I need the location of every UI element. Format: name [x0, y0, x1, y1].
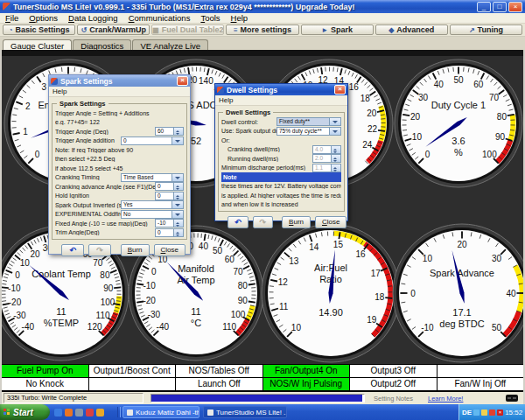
spinner-arrows[interactable] — [174, 182, 184, 191]
dialog-menu-help[interactable]: Help — [215, 95, 347, 106]
indicator-launch-off: Launch Off — [176, 378, 262, 390]
chevron-down-icon[interactable] — [172, 137, 183, 144]
tray-icon-3[interactable] — [489, 410, 495, 416]
spinner-down-icon[interactable] — [174, 186, 183, 190]
menu-options[interactable]: Options — [24, 13, 63, 23]
trigger-angle-addition-combo[interactable]: 0 — [121, 136, 184, 145]
learn-more-link[interactable]: Learn More! — [428, 395, 463, 402]
chevron-down-icon[interactable] — [329, 118, 340, 125]
quick-launch-5-icon[interactable] — [96, 409, 104, 416]
spinner-arrows[interactable] — [332, 145, 341, 154]
indicator-nos-tables-off: NOS/Tables Off — [176, 365, 262, 377]
close-dialog-button[interactable]: Close — [315, 216, 346, 228]
spinner-arrows[interactable] — [174, 228, 184, 237]
settings-row: e.g. 77+45= 122 — [55, 118, 184, 128]
quick-launch-1-icon[interactable] — [54, 409, 62, 416]
menu-tools[interactable]: Tools — [195, 13, 225, 23]
experimental-oddfire-support-combo[interactable]: No — [121, 210, 184, 219]
dialog-title-bar[interactable]: Spark Settings× — [49, 75, 190, 87]
minimum-discharge-period-ms-spinner[interactable]: 1.1 — [312, 164, 341, 172]
toolbar-button-crank-warmup[interactable]: ↺Crank/WarmUp — [77, 24, 150, 35]
undo-icon[interactable]: ↶ — [61, 244, 84, 256]
maximize-button[interactable]: □ — [493, 2, 507, 12]
spinner-down-icon[interactable] — [332, 168, 340, 172]
menu-file[interactable]: File — [0, 13, 24, 23]
spinner-down-icon[interactable] — [174, 223, 183, 227]
fixed-angle-10-use-map-deg-spinner[interactable]: -10 — [155, 219, 184, 228]
menu-data-logging[interactable]: Data Logging — [63, 13, 123, 23]
svg-text:13: 13 — [289, 256, 299, 266]
spinner-value: 1.1 — [312, 164, 332, 172]
spinner-arrows[interactable] — [332, 154, 341, 163]
dialog-close-icon[interactable]: × — [177, 76, 188, 86]
svg-text:deg BTDC: deg BTDC — [439, 318, 484, 329]
field-label-trigger-angle-addition: Trigger Angle addition — [55, 137, 121, 144]
toolbar-button-tuning[interactable]: ↗Tuning — [450, 24, 522, 35]
title-bar[interactable]: TunerStudio MS Lite! v0.999.1 - 335i Tur… — [0, 0, 525, 13]
taskbar-task-tunerstudio-ms-lite[interactable]: TunerStudio MS Lite! ... — [203, 406, 287, 418]
tray-icon-4[interactable]: × — [497, 410, 503, 416]
svg-text:15: 15 — [333, 240, 344, 249]
spinner-arrows[interactable] — [332, 164, 341, 172]
cranking-advance-angle-see-f1-deg-spinner[interactable]: 0 — [155, 182, 184, 191]
menu-communications[interactable]: Communications — [123, 13, 196, 23]
close-dialog-button[interactable]: Close — [154, 244, 186, 256]
spark-output-inverted-see-f1-combo[interactable]: Yes — [121, 200, 184, 209]
spinner-down-icon[interactable] — [332, 158, 340, 162]
chevron-down-icon[interactable] — [172, 211, 183, 218]
spinner-down-icon[interactable] — [332, 150, 340, 153]
clock[interactable]: 15:52 — [505, 409, 522, 416]
running-dwell-ms-spinner[interactable]: 2.0 — [312, 154, 341, 163]
chevron-down-icon[interactable] — [172, 201, 183, 208]
field-label-dwell-control: Dwell control: — [221, 119, 276, 125]
dialog-icon — [51, 78, 58, 85]
svg-text:10: 10 — [412, 132, 423, 142]
toolbar-button-more-settings[interactable]: ≡More settings — [226, 24, 298, 35]
spinner-down-icon[interactable] — [174, 233, 183, 236]
toolbar-button-basic-settings[interactable]: ◔Basic Settings — [3, 24, 75, 35]
spinner-arrows[interactable] — [174, 192, 184, 200]
dialog-buttons: ↶↷BurnClose — [49, 242, 190, 258]
svg-text:-40: -40 — [157, 322, 170, 332]
application-window: TunerStudio MS Lite! v0.999.1 - 335i Tur… — [0, 0, 525, 420]
minimize-button[interactable]: _ — [477, 2, 491, 12]
field-label-trigger-angle-deg: Trigger Angle (Deg) — [55, 129, 155, 135]
tray-icon-1[interactable] — [473, 410, 480, 416]
chevron-down-icon[interactable] — [329, 128, 340, 135]
cranking-timing-combo[interactable]: Time Based — [121, 173, 184, 182]
svg-text:%: % — [454, 147, 463, 158]
cranking-dwell-ms-spinner[interactable]: 4.0 — [312, 145, 341, 154]
toolbar-button-advanced[interactable]: ◆Advanced — [375, 24, 448, 35]
toolbar-button-spark[interactable]: ►Spark — [301, 24, 374, 35]
hold-ignition-spinner[interactable]: 0 — [155, 192, 184, 200]
dialog-title-bar[interactable]: Dwell Settings× — [215, 84, 347, 95]
spinner-down-icon[interactable] — [174, 131, 183, 135]
svg-text:19: 19 — [367, 315, 377, 325]
tray-icon-2[interactable] — [481, 410, 487, 416]
quick-launch-3-icon[interactable] — [75, 409, 83, 416]
taskbar-task-kuduz-matiz-dahi-th[interactable]: Kuduz Matiz Dahi -th... — [122, 406, 200, 418]
svg-text:-10: -10 — [421, 323, 434, 332]
trigger-angle-deg-spinner[interactable]: 60 — [155, 127, 184, 136]
close-button[interactable]: × — [508, 2, 522, 12]
menu-help[interactable]: Help — [226, 13, 254, 23]
quick-launch-4-icon[interactable] — [86, 409, 94, 416]
gauge-air-fuel-ratio: 10111213141516171819Air:FuelRatio14.90 — [259, 221, 402, 364]
undo-icon[interactable]: ↶ — [228, 216, 248, 228]
dialog-close-icon[interactable]: × — [334, 85, 346, 94]
language-indicator[interactable]: DE — [462, 409, 472, 416]
burn-button[interactable]: Burn — [121, 244, 150, 256]
quick-launch-2-icon[interactable] — [65, 409, 73, 416]
start-button[interactable]: Start — [0, 404, 50, 420]
spinner-down-icon[interactable] — [174, 196, 183, 200]
dwell-control-combo[interactable]: Fixed duty** — [276, 117, 341, 126]
use-spark-output-duty-cycle-combo[interactable]: 75% duty cycle** — [276, 127, 341, 136]
trim-angle-deg-spinner[interactable]: 0 — [155, 228, 184, 237]
burn-button[interactable]: Burn — [282, 216, 311, 228]
settings-row: Or: — [221, 136, 341, 145]
spinner-arrows[interactable] — [174, 127, 184, 136]
dialog-menu-help[interactable]: Help — [49, 87, 190, 97]
chevron-down-icon[interactable] — [172, 174, 183, 181]
toolbar-button-label: Fuel Dual Table2 — [162, 25, 224, 34]
spinner-arrows[interactable] — [174, 219, 184, 228]
